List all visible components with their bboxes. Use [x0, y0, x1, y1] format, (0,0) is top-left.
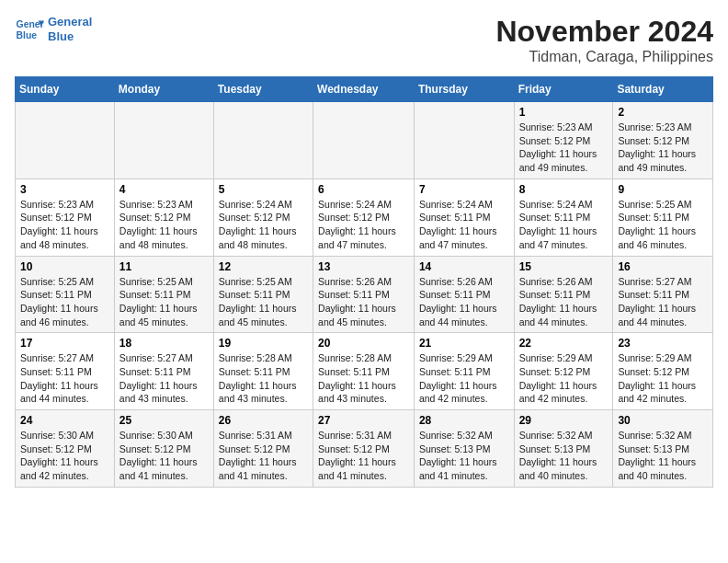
- calendar-cell: 30Sunrise: 5:32 AM Sunset: 5:13 PM Dayli…: [613, 410, 713, 488]
- day-number: 11: [119, 260, 209, 273]
- calendar-cell: 3Sunrise: 5:23 AM Sunset: 5:12 PM Daylig…: [16, 178, 115, 256]
- day-info: Sunrise: 5:24 AM Sunset: 5:12 PM Dayligh…: [318, 198, 409, 252]
- logo-line1: General: [48, 15, 92, 29]
- calendar-cell: 20Sunrise: 5:28 AM Sunset: 5:11 PM Dayli…: [313, 333, 415, 410]
- calendar-cell: 4Sunrise: 5:23 AM Sunset: 5:12 PM Daylig…: [114, 178, 213, 256]
- calendar-cell: 17Sunrise: 5:27 AM Sunset: 5:11 PM Dayli…: [16, 333, 115, 410]
- day-number: 18: [119, 337, 209, 350]
- calendar-cell: 22Sunrise: 5:29 AM Sunset: 5:12 PM Dayli…: [514, 333, 613, 410]
- day-number: 10: [20, 260, 109, 273]
- svg-text:Blue: Blue: [17, 30, 38, 40]
- title-block: November 2024 Tidman, Caraga, Philippine…: [495, 15, 713, 65]
- day-info: Sunrise: 5:27 AM Sunset: 5:11 PM Dayligh…: [20, 351, 109, 406]
- day-number: 28: [419, 414, 509, 427]
- calendar-cell: 1Sunrise: 5:23 AM Sunset: 5:12 PM Daylig…: [514, 102, 613, 179]
- day-number: 24: [20, 414, 109, 427]
- day-number: 16: [618, 260, 708, 273]
- day-info: Sunrise: 5:23 AM Sunset: 5:12 PM Dayligh…: [20, 198, 109, 252]
- day-info: Sunrise: 5:26 AM Sunset: 5:11 PM Dayligh…: [519, 275, 609, 329]
- day-info: Sunrise: 5:30 AM Sunset: 5:12 PM Dayligh…: [20, 429, 109, 483]
- page-title: November 2024: [495, 15, 713, 49]
- day-number: 27: [318, 414, 409, 427]
- calendar-cell: 15Sunrise: 5:26 AM Sunset: 5:11 PM Dayli…: [514, 256, 613, 333]
- day-info: Sunrise: 5:24 AM Sunset: 5:11 PM Dayligh…: [419, 198, 509, 252]
- day-info: Sunrise: 5:32 AM Sunset: 5:13 PM Dayligh…: [419, 429, 509, 483]
- day-info: Sunrise: 5:25 AM Sunset: 5:11 PM Dayligh…: [618, 198, 708, 252]
- calendar-cell: 5Sunrise: 5:24 AM Sunset: 5:12 PM Daylig…: [213, 178, 313, 256]
- day-info: Sunrise: 5:29 AM Sunset: 5:12 PM Dayligh…: [618, 351, 708, 406]
- day-number: 8: [519, 183, 609, 196]
- day-info: Sunrise: 5:25 AM Sunset: 5:11 PM Dayligh…: [119, 275, 209, 329]
- calendar-cell: 2Sunrise: 5:23 AM Sunset: 5:12 PM Daylig…: [613, 102, 713, 179]
- calendar-cell: 13Sunrise: 5:26 AM Sunset: 5:11 PM Dayli…: [313, 256, 415, 333]
- day-number: 22: [519, 337, 609, 350]
- day-info: Sunrise: 5:24 AM Sunset: 5:11 PM Dayligh…: [519, 198, 609, 252]
- day-number: 14: [419, 260, 509, 273]
- calendar-cell: 16Sunrise: 5:27 AM Sunset: 5:11 PM Dayli…: [613, 256, 713, 333]
- day-number: 3: [20, 183, 109, 196]
- day-info: Sunrise: 5:28 AM Sunset: 5:11 PM Dayligh…: [219, 351, 308, 406]
- day-number: 30: [618, 414, 708, 427]
- day-info: Sunrise: 5:30 AM Sunset: 5:12 PM Dayligh…: [119, 429, 209, 483]
- page-subtitle: Tidman, Caraga, Philippines: [495, 49, 713, 65]
- calendar-cell: [114, 102, 213, 179]
- calendar-cell: 26Sunrise: 5:31 AM Sunset: 5:12 PM Dayli…: [213, 410, 313, 488]
- calendar-cell: 18Sunrise: 5:27 AM Sunset: 5:11 PM Dayli…: [114, 333, 213, 410]
- day-info: Sunrise: 5:29 AM Sunset: 5:12 PM Dayligh…: [519, 351, 609, 406]
- weekday-header-saturday: Saturday: [613, 77, 713, 102]
- calendar-cell: [313, 102, 415, 179]
- calendar-cell: 21Sunrise: 5:29 AM Sunset: 5:11 PM Dayli…: [414, 333, 514, 410]
- day-number: 20: [318, 337, 409, 350]
- calendar-cell: [16, 102, 115, 179]
- calendar-cell: 10Sunrise: 5:25 AM Sunset: 5:11 PM Dayli…: [16, 256, 115, 333]
- day-info: Sunrise: 5:28 AM Sunset: 5:11 PM Dayligh…: [318, 351, 409, 406]
- calendar-table: SundayMondayTuesdayWednesdayThursdayFrid…: [15, 76, 713, 488]
- logo-text: General Blue: [48, 15, 92, 43]
- logo: General Blue General Blue: [15, 15, 92, 44]
- calendar-cell: 14Sunrise: 5:26 AM Sunset: 5:11 PM Dayli…: [414, 256, 514, 333]
- day-number: 2: [618, 106, 708, 119]
- page-header: General Blue General Blue November 2024 …: [15, 15, 713, 65]
- weekday-header-monday: Monday: [114, 77, 213, 102]
- day-info: Sunrise: 5:23 AM Sunset: 5:12 PM Dayligh…: [119, 198, 209, 252]
- calendar-week-row: 17Sunrise: 5:27 AM Sunset: 5:11 PM Dayli…: [16, 333, 713, 410]
- day-number: 26: [219, 414, 308, 427]
- day-info: Sunrise: 5:26 AM Sunset: 5:11 PM Dayligh…: [318, 275, 409, 329]
- day-number: 12: [219, 260, 308, 273]
- calendar-cell: 7Sunrise: 5:24 AM Sunset: 5:11 PM Daylig…: [414, 178, 514, 256]
- day-info: Sunrise: 5:23 AM Sunset: 5:12 PM Dayligh…: [519, 121, 609, 175]
- calendar-cell: 28Sunrise: 5:32 AM Sunset: 5:13 PM Dayli…: [414, 410, 514, 488]
- calendar-cell: 27Sunrise: 5:31 AM Sunset: 5:12 PM Dayli…: [313, 410, 415, 488]
- day-number: 19: [219, 337, 308, 350]
- day-info: Sunrise: 5:27 AM Sunset: 5:11 PM Dayligh…: [119, 351, 209, 406]
- day-number: 25: [119, 414, 209, 427]
- weekday-header-thursday: Thursday: [414, 77, 514, 102]
- calendar-cell: [414, 102, 514, 179]
- weekday-header-friday: Friday: [514, 77, 613, 102]
- calendar-week-row: 3Sunrise: 5:23 AM Sunset: 5:12 PM Daylig…: [16, 178, 713, 256]
- calendar-cell: 24Sunrise: 5:30 AM Sunset: 5:12 PM Dayli…: [16, 410, 115, 488]
- calendar-cell: 19Sunrise: 5:28 AM Sunset: 5:11 PM Dayli…: [213, 333, 313, 410]
- day-number: 21: [419, 337, 509, 350]
- logo-line2: Blue: [48, 29, 74, 43]
- weekday-header-sunday: Sunday: [16, 77, 115, 102]
- calendar-cell: 11Sunrise: 5:25 AM Sunset: 5:11 PM Dayli…: [114, 256, 213, 333]
- day-info: Sunrise: 5:31 AM Sunset: 5:12 PM Dayligh…: [219, 429, 308, 483]
- calendar-week-row: 1Sunrise: 5:23 AM Sunset: 5:12 PM Daylig…: [16, 102, 713, 179]
- calendar-cell: 23Sunrise: 5:29 AM Sunset: 5:12 PM Dayli…: [613, 333, 713, 410]
- calendar-cell: 29Sunrise: 5:32 AM Sunset: 5:13 PM Dayli…: [514, 410, 613, 488]
- calendar-cell: 8Sunrise: 5:24 AM Sunset: 5:11 PM Daylig…: [514, 178, 613, 256]
- weekday-header-tuesday: Tuesday: [213, 77, 313, 102]
- day-number: 1: [519, 106, 609, 119]
- day-info: Sunrise: 5:23 AM Sunset: 5:12 PM Dayligh…: [618, 121, 708, 175]
- calendar-cell: 6Sunrise: 5:24 AM Sunset: 5:12 PM Daylig…: [313, 178, 415, 256]
- calendar-week-row: 10Sunrise: 5:25 AM Sunset: 5:11 PM Dayli…: [16, 256, 713, 333]
- weekday-header-wednesday: Wednesday: [313, 77, 415, 102]
- calendar-cell: [213, 102, 313, 179]
- calendar-week-row: 24Sunrise: 5:30 AM Sunset: 5:12 PM Dayli…: [16, 410, 713, 488]
- calendar-cell: 9Sunrise: 5:25 AM Sunset: 5:11 PM Daylig…: [613, 178, 713, 256]
- day-number: 4: [119, 183, 209, 196]
- calendar-cell: 25Sunrise: 5:30 AM Sunset: 5:12 PM Dayli…: [114, 410, 213, 488]
- day-number: 15: [519, 260, 609, 273]
- day-number: 17: [20, 337, 109, 350]
